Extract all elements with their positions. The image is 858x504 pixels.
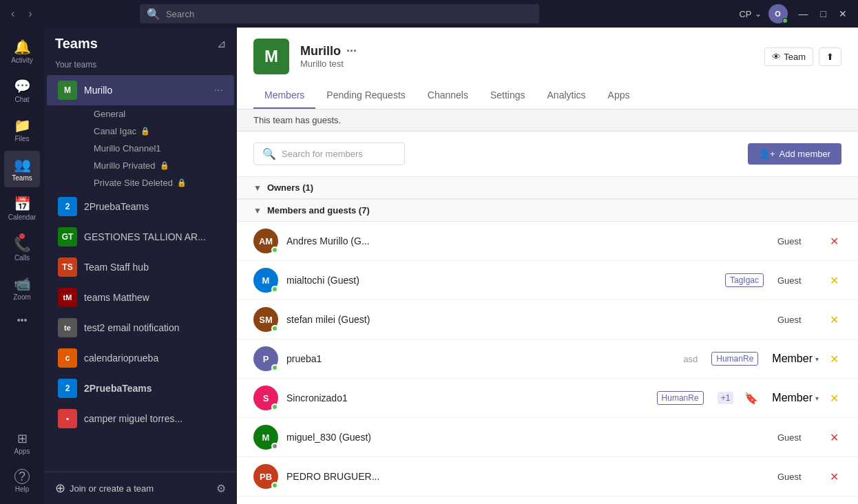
join-icon: ⊕: [55, 481, 65, 496]
team-share-button[interactable]: ⬆: [819, 48, 841, 66]
search-members-field[interactable]: 🔍: [253, 143, 405, 165]
channel-item-canaligac[interactable]: Canal Igac 🔒: [94, 123, 234, 140]
teams-panel-title: Teams: [55, 36, 98, 52]
team-avatar-murillo: M: [58, 81, 77, 100]
team-avatar-teamsmatthew: tM: [58, 288, 77, 307]
sidebar-item-calendar[interactable]: 📅 Calendar: [4, 190, 40, 227]
team-item-2prueba2[interactable]: 2 2PruebaTeams ···: [47, 373, 234, 403]
sidebar-item-files[interactable]: 📁 Files: [4, 112, 40, 148]
tab-apps[interactable]: Apps: [597, 83, 641, 109]
team-options-button[interactable]: ···: [346, 44, 357, 59]
channel-item-murillo-privated[interactable]: Murillo Privated 🔒: [94, 157, 234, 174]
team-item-2prueba[interactable]: 2 2PruebaTeams ···: [47, 191, 234, 222]
sidebar-item-help[interactable]: ? Help: [4, 463, 40, 498]
more-icon: •••: [17, 315, 28, 326]
member-role-m: Guest: [777, 275, 819, 286]
channel-item-private-site[interactable]: Private Site Deleted 🔒: [94, 174, 234, 191]
search-members-icon: 🔍: [262, 147, 276, 160]
sidebar-item-teams[interactable]: 👥 Teams: [4, 151, 40, 187]
remove-button-pb[interactable]: ✕: [827, 468, 841, 486]
sidebar-item-calls[interactable]: 📞 Calls: [4, 229, 40, 267]
tab-pending[interactable]: Pending Requests: [315, 83, 416, 109]
sidebar-item-apps[interactable]: ⊞ Apps: [4, 426, 40, 461]
team-item-teamsmatthew[interactable]: tM teams Matthew ···: [47, 282, 234, 313]
member-role-s: Member: [772, 392, 813, 404]
add-member-icon: 👤+: [759, 149, 775, 159]
team-item-murillo[interactable]: M Murillo ···: [47, 75, 234, 105]
sidebar-item-chat[interactable]: 💬 Chat: [4, 72, 40, 109]
team-item-calendario[interactable]: c calendarioprueba ···: [47, 343, 234, 373]
member-status-pb: [271, 482, 278, 489]
user-menu[interactable]: CP ⌄: [739, 9, 761, 19]
team-name-2prueba2: 2PruebaTeams: [84, 383, 207, 394]
remove-button-m[interactable]: ✕: [827, 271, 841, 290]
member-avatar-pb: PB: [253, 464, 278, 489]
tab-pending-label: Pending Requests: [326, 90, 405, 101]
member-name-m: mialtochi (Guest): [286, 275, 717, 286]
forward-button[interactable]: ›: [24, 5, 36, 23]
minimize-button[interactable]: —: [795, 7, 813, 21]
member-role-dropdown-p[interactable]: Member ▾: [772, 353, 819, 365]
team-item-gestiones[interactable]: GT GESTIONES TALLION AR... ···: [47, 222, 234, 252]
add-member-button[interactable]: 👤+ Add member: [748, 143, 841, 165]
team-avatar-calendario: c: [58, 348, 77, 368]
close-button[interactable]: ✕: [835, 7, 851, 21]
teams-settings-icon[interactable]: ⚙: [216, 482, 226, 495]
team-view-button[interactable]: 👁 Team: [764, 48, 813, 66]
team-view-label: Team: [784, 52, 806, 62]
team-view-icon: 👁: [772, 52, 781, 62]
join-create-team[interactable]: ⊕ Join or create a team: [55, 481, 154, 496]
team-header-actions: 👁 Team ⬆: [764, 48, 841, 66]
team-item-test2[interactable]: te test2 email notification ···: [47, 313, 234, 343]
remove-button-sm[interactable]: ✕: [827, 311, 841, 329]
member-role-sm: Guest: [777, 315, 819, 325]
member-avatar-sm: SM: [253, 307, 278, 332]
member-status-miguel: [271, 443, 278, 450]
channel-list-murillo: General Canal Igac 🔒 Murillo Channel1 Mu…: [44, 105, 237, 191]
back-button[interactable]: ‹: [7, 5, 19, 23]
user-avatar[interactable]: O: [768, 4, 788, 23]
member-avatar-m: M: [253, 268, 278, 293]
sidebar-item-more[interactable]: •••: [4, 309, 40, 331]
member-name-s: Sincronizado1: [286, 392, 649, 403]
global-search-input[interactable]: [166, 9, 532, 19]
team-name-gestiones: GESTIONES TALLION AR...: [84, 231, 207, 242]
tab-settings[interactable]: Settings: [479, 83, 536, 109]
channel-item-general[interactable]: General: [94, 105, 234, 123]
tab-analytics[interactable]: Analytics: [536, 83, 597, 109]
channel-name-canaligac: Canal Igac: [94, 126, 136, 136]
add-member-label: Add member: [779, 149, 830, 159]
members-collapse-icon[interactable]: ▼: [253, 206, 262, 216]
team-more-murillo[interactable]: ···: [214, 84, 223, 96]
team-name-partial: camper miguel torres...: [84, 413, 223, 424]
member-role-p: Member: [772, 353, 813, 365]
member-tag-humanre-p: HumanRe: [711, 352, 758, 366]
team-logo: M: [253, 39, 289, 74]
help-icon: ?: [14, 469, 30, 484]
team-item-teamstaff[interactable]: TS Team Staff hub ···: [47, 252, 234, 282]
member-avatar-p: P: [253, 346, 278, 371]
remove-button-p[interactable]: ✕: [827, 350, 841, 368]
teams-footer: ⊕ Join or create a team ⚙: [44, 472, 237, 504]
tab-channels[interactable]: Channels: [417, 83, 479, 109]
search-members-input[interactable]: [282, 149, 397, 159]
tab-channels-label: Channels: [428, 90, 468, 101]
sidebar-item-activity[interactable]: 🔔 Activity: [4, 33, 40, 70]
channel-item-murillo1[interactable]: Murillo Channel1: [94, 140, 234, 157]
your-teams-label: Your teams: [44, 57, 237, 75]
member-row-am: AM Andres Murillo (G... Guest ✕: [237, 222, 858, 261]
maximize-button[interactable]: □: [817, 7, 830, 21]
member-name-am: Andres Murillo (G...: [286, 235, 769, 246]
remove-button-miguel[interactable]: ✕: [827, 428, 841, 447]
member-role-dropdown-s[interactable]: Member ▾: [772, 392, 819, 404]
filter-icon[interactable]: ⊿: [217, 37, 226, 50]
owners-collapse-icon[interactable]: ▼: [253, 183, 262, 193]
remove-button-s[interactable]: ✕: [827, 389, 841, 408]
team-name-teamstaff: Team Staff hub: [84, 262, 207, 273]
member-row-m: M mialtochi (Guest) TagIgac Guest ✕: [237, 261, 858, 300]
global-search-bar[interactable]: 🔍: [140, 4, 539, 23]
team-item-partial[interactable]: ▪ camper miguel torres...: [47, 403, 234, 434]
sidebar-item-zoom[interactable]: 📹 Zoom: [4, 270, 40, 306]
remove-button-am[interactable]: ✕: [827, 232, 841, 251]
tab-members[interactable]: Members: [253, 83, 315, 109]
